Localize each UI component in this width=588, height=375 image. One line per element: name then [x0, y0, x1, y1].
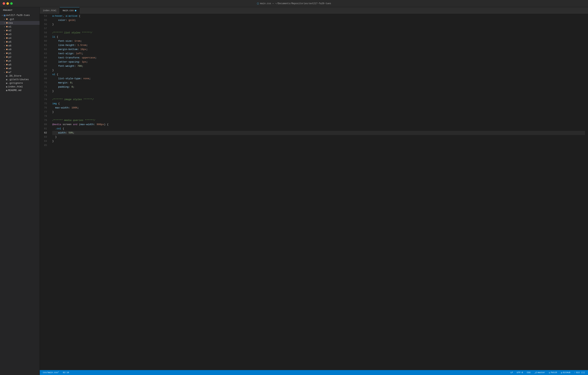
line-number: 65 — [43, 60, 47, 64]
chevron-right-icon: ▸ — [3, 52, 6, 55]
tab-index-html[interactable]: index.html — [40, 7, 60, 14]
git-status[interactable]: ↑ Git (1) — [573, 371, 586, 374]
table-row: } — [52, 135, 585, 139]
file-icon: ▣ — [6, 75, 7, 77]
fetch-status[interactable]: ↻ Fetch — [548, 371, 558, 374]
editor-area: index.html main.css 54555657585960616263… — [40, 7, 588, 375]
line-number: 84 — [43, 139, 47, 143]
title-bar: ⬡ main.css — ~/Documents/Repositories/av… — [0, 0, 588, 7]
table-row: font-weight: 700; — [52, 64, 585, 68]
sidebar-item-e1[interactable]: ▸ ■ e1 — [0, 25, 40, 29]
sidebar-item-e9[interactable]: ▸ ■ e9 — [0, 48, 40, 51]
sidebar-item-gitignore[interactable]: ▸ ▣ .gitignore — [0, 81, 40, 85]
table-row: margin-bottom: 10px; — [52, 47, 585, 52]
sidebar-item-p2[interactable]: ▸ ■ p2 — [0, 55, 40, 59]
chevron-right-icon: ▸ — [3, 67, 6, 70]
tab-main-css[interactable]: main.css — [60, 7, 80, 14]
line-number: 77 — [43, 110, 47, 114]
sidebar-item-root[interactable]: ▾ ▤ avt217-fa20-tues — [0, 13, 40, 17]
branch-label: master — [538, 371, 545, 374]
folder-icon: ■ — [6, 48, 8, 51]
code-view: 5455565758596061626364656667686970717273… — [40, 14, 588, 370]
sidebar-item-pt[interactable]: ▸ ■ pt — [0, 59, 40, 63]
charset-label: UTF-8 — [517, 371, 523, 374]
chevron-right-icon: ▸ — [3, 41, 6, 43]
close-button[interactable] — [3, 2, 5, 5]
language-status[interactable]: CSS — [526, 371, 531, 374]
table-row: } — [52, 110, 585, 114]
github-status[interactable]: ◎ GitHub — [560, 371, 571, 374]
folder-icon: ■ — [6, 44, 8, 47]
status-left: css/main.css* 82:16 — [42, 371, 70, 374]
maximize-button[interactable] — [10, 2, 13, 5]
sidebar-item-git[interactable]: ▸ ■ .git — [0, 17, 40, 21]
chevron-right-icon: ▸ — [3, 33, 6, 35]
chevron-right-icon: ▸ — [3, 60, 6, 62]
table-row — [52, 27, 585, 31]
table-row: } — [52, 22, 585, 27]
tab-label-index-html: index.html — [43, 9, 56, 12]
charset-status[interactable]: UTF-8 — [516, 371, 524, 374]
sidebar-tree: ▾ ▤ avt217-fa20-tues ▸ ■ .git ▸ ■ css — [0, 13, 40, 375]
status-right: LF UTF-8 CSS ⎇ master ↻ Fetch ◎ — [510, 371, 586, 374]
sidebar-item-ds-store[interactable]: ▸ ▣ .DS_Store — [0, 74, 40, 78]
folder-icon: ■ — [6, 71, 8, 74]
chevron-right-icon: ▸ — [3, 18, 6, 20]
line-number: 64 — [43, 56, 47, 60]
modified-indicator — [75, 10, 76, 11]
line-number: 73 — [43, 93, 47, 98]
table-row: /****** media queries ******/ — [52, 118, 585, 122]
table-row: /****** list styles ******/ — [52, 31, 585, 35]
sidebar-item-css[interactable]: ▸ ■ css — [0, 21, 40, 25]
cursor-label: 82:16 — [63, 371, 69, 374]
fetch-icon: ↻ — [549, 371, 550, 374]
sidebar-item-e2[interactable]: ▸ ■ e2 — [0, 29, 40, 33]
folder-icon: ■ — [6, 67, 8, 70]
table-row: li { — [52, 35, 585, 39]
tab-bar: index.html main.css — [40, 7, 588, 14]
table-row: ul { — [52, 72, 585, 77]
file-icon: ▣ — [6, 86, 7, 88]
encoding-status[interactable]: LF — [510, 371, 514, 374]
cursor-position-status[interactable]: 82:16 — [62, 371, 70, 374]
sidebar-item-p1[interactable]: ▸ ■ p1 — [0, 51, 40, 55]
sidebar-item-w6[interactable]: ▸ ■ w6 — [0, 66, 40, 70]
sidebar-item-gitattributes[interactable]: ▸ ▣ .gitattributes — [0, 78, 40, 81]
table-row: list-style-type: none; — [52, 77, 585, 81]
line-number: 74 — [43, 98, 47, 102]
table-row — [52, 114, 585, 118]
file-md-icon: ▦ — [6, 89, 7, 92]
sidebar-item-w7[interactable]: ▸ ■ w7 — [0, 70, 40, 74]
branch-icon: ⎇ — [534, 371, 537, 374]
table-row: img { — [52, 102, 585, 106]
line-number: 85 — [43, 143, 47, 147]
branch-status[interactable]: ⎇ master — [534, 371, 546, 374]
line-number: 66 — [43, 64, 47, 68]
main-layout: Project ▾ ▤ avt217-fa20-tues ▸ ■ .git ▸ … — [0, 7, 588, 375]
line-number: 62 — [43, 47, 47, 52]
editor-content[interactable]: 5455565758596061626364656667686970717273… — [40, 14, 588, 370]
git-label: Git (1) — [576, 371, 585, 374]
git-icon: ↑ — [574, 371, 576, 374]
minimize-button[interactable] — [6, 2, 9, 5]
line-number: 83 — [43, 135, 47, 139]
line-number: 68 — [43, 72, 47, 77]
sidebar-item-e3[interactable]: ▸ ■ e3 — [0, 33, 40, 36]
table-row: line-height: 1.5rem; — [52, 43, 585, 47]
sidebar-item-index-html[interactable]: ▸ ▣ index.html — [0, 85, 40, 88]
language-label: CSS — [527, 371, 531, 374]
sidebar-item-e5[interactable]: ▸ ■ e5 — [0, 40, 40, 44]
table-row: text-transform: uppercase; — [52, 56, 585, 60]
table-row: letter-spacing: 1px; — [52, 60, 585, 64]
sidebar-item-readme[interactable]: ▸ ▦ README.md — [0, 88, 40, 92]
sidebar-item-e6[interactable]: ▸ ■ e6 — [0, 44, 40, 48]
table-row: text-align: left; — [52, 52, 585, 56]
line-number: 61 — [43, 43, 47, 47]
code-lines[interactable]: a:hover, a:active { color: gold;} /*****… — [49, 14, 588, 370]
chevron-down-icon: ▾ — [1, 14, 4, 16]
sidebar: Project ▾ ▤ avt217-fa20-tues ▸ ■ .git ▸ … — [0, 7, 40, 375]
sidebar-item-w5[interactable]: ▸ ■ w5 — [0, 63, 40, 66]
chevron-right-icon: ▸ — [3, 37, 6, 39]
file-path-status[interactable]: css/main.css* — [42, 371, 60, 374]
sidebar-item-e4[interactable]: ▸ ■ e4 — [0, 36, 40, 40]
